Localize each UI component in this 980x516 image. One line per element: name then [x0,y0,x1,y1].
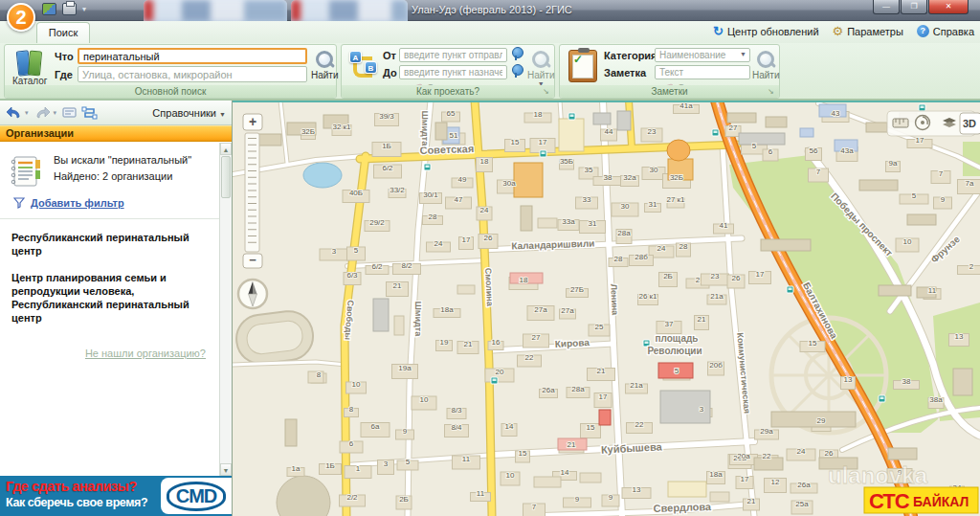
options-link[interactable]: ⚙Параметры [833,24,903,38]
to-input[interactable] [399,65,507,79]
street-label: Куйбышева [601,440,663,455]
blurred-browser-tab-1[interactable] [144,0,287,21]
ribbon: Каталог Что Где Расширенный поиск Очисти… [0,43,980,101]
building-label: 38 [902,377,911,386]
building [859,180,898,191]
where-input[interactable] [78,66,307,82]
not-found-link[interactable]: Не нашли организацию? [0,344,219,363]
street-label: Каландаришвили [511,237,594,251]
sidebar-scrollbar[interactable]: ▲ ▼ [219,143,232,476]
minimize-button[interactable]: — [873,0,900,14]
pond [303,163,342,188]
forward-dropdown-icon[interactable]: ▾ [54,109,57,117]
scroll-thumb[interactable] [221,156,231,198]
bus-stop-icon [712,129,719,136]
building [580,473,601,482]
what-input[interactable] [78,48,307,64]
round-building [667,140,690,161]
building-label: 17 [539,138,547,146]
building-label: 28а [617,229,631,237]
building-label: 1 [356,464,361,473]
to-pin-icon[interactable] [511,64,523,78]
from-pin-icon[interactable] [511,47,523,60]
bus-stop-icon [787,286,793,293]
building-label: 29а [760,427,773,436]
building-label: 8 [317,370,322,379]
building-label: 8/4 [451,423,462,432]
catalog-button[interactable]: Каталог [12,49,47,86]
2gis-logo[interactable]: 2 [7,3,35,32]
bus-stop-icon [919,104,925,111]
dialog-launcher-icon[interactable]: ↘ [543,87,552,97]
building-label: 9 [609,493,613,502]
building [879,285,911,296]
building-label: 10 [903,237,912,246]
scroll-up-icon[interactable]: ▲ [220,143,232,155]
building [907,214,936,225]
measure-route-icon[interactable] [81,106,98,120]
building-label: 31 [649,200,657,209]
building-label: 20 [496,368,504,376]
notes-clipboard-icon [568,50,597,82]
building-label: 3 [700,405,704,414]
building-label: 39/3 [379,112,394,121]
building-label: 6/3 [346,271,358,280]
building-label: 25а [795,500,809,508]
qat-dropdown-icon[interactable]: ▾ [82,5,86,13]
app-icon[interactable] [42,3,56,15]
from-input[interactable] [399,48,507,62]
note-input[interactable] [655,65,750,79]
find-button-main[interactable]: Найти [311,49,339,80]
update-center-link[interactable]: ↻Центр обновлений [713,24,819,38]
building-label: 24 [657,244,666,253]
card-view-icon[interactable] [62,106,78,120]
building-label: 19а [398,364,412,372]
print-icon[interactable] [62,3,77,15]
building-label: 29/2 [369,218,385,227]
find-button-route[interactable]: Найти▼ [527,49,555,87]
category-select[interactable] [655,48,750,62]
compass-icon[interactable] [238,280,267,308]
close-button[interactable]: ✕ [928,0,969,14]
help-link[interactable]: ?Справка [917,25,974,37]
building-label: 5 [675,367,679,375]
magnifier-icon [530,49,551,70]
result-item-1[interactable]: Республиканский перинатальный центр [11,231,203,258]
ribbon-tab-row: Поиск ↻Центр обновлений ⚙Параметры ?Спра… [0,21,980,43]
building-label: 21 [393,281,402,290]
find-button-notes[interactable]: Найти [752,49,780,80]
building-label: 15 [809,339,817,348]
where-label: Где [55,69,73,80]
scroll-down-icon[interactable]: ▼ [220,463,232,476]
building-label: 1а [292,464,301,473]
reference-books-dropdown[interactable]: Справочники ▼ [152,107,226,119]
building-label: 18а [709,470,723,479]
dialog-launcher-icon[interactable]: ↘ [768,87,777,97]
building [739,133,785,145]
map-canvas[interactable]: 32Б32 к139/31Б65516/233/230/140Б18494724… [233,101,980,516]
bus-stop-icon [424,164,431,170]
building-label: 27 к1 [666,195,685,204]
building-label: 27а [561,306,574,315]
maximize-button[interactable]: ❐ [901,0,927,14]
add-filter-link[interactable]: Добавить фильтр [0,191,219,219]
blurred-browser-tab-2[interactable] [291,0,408,21]
back-dropdown-icon[interactable]: ▾ [25,109,29,117]
building-label: 11 [928,286,937,295]
back-button[interactable] [6,106,22,120]
ad-banner[interactable]: Где сдать анализы? Как сберечь свое врем… [0,476,232,516]
sidebar-toolbar: ▾ ▾ Справочники ▼ [0,101,232,125]
building-label: 6а [371,422,380,431]
panel-main-search: Каталог Что Где Расширенный поиск Очисти… [4,44,337,99]
chevron-down-icon[interactable]: ▼ [740,51,746,57]
building-label: 41а [679,102,693,110]
building-label: 22 [635,420,644,429]
ruler-icon[interactable] [893,119,908,127]
tab-search[interactable]: Поиск [36,22,90,43]
building [866,123,887,132]
street-label: Кирова [555,337,590,349]
result-item-2[interactable]: Центр планирования семьи и репродукции ч… [11,271,203,325]
building-label: 3 [332,247,337,256]
panel-route: AB От До Очистить Найти▼ Как проехать? ↘ [341,44,555,99]
forward-button[interactable] [34,106,51,120]
